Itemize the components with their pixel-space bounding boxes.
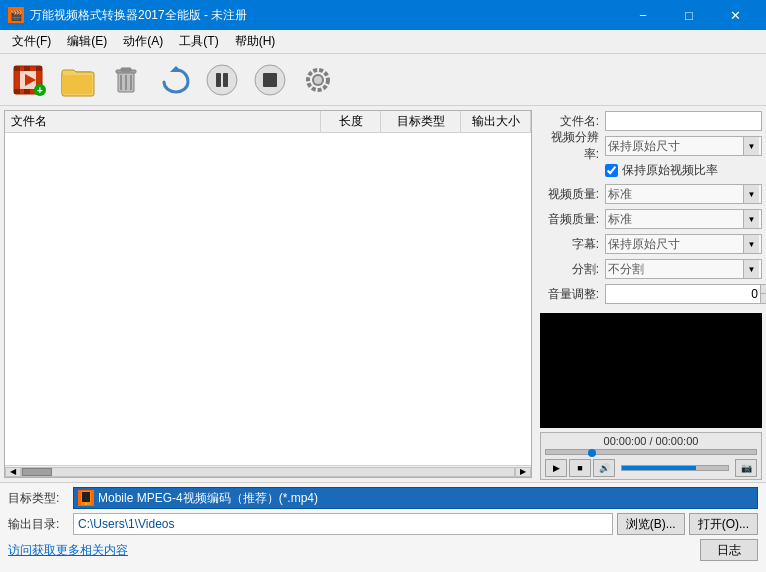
target-type-label: 目标类型: (8, 490, 73, 507)
col-type-header: 目标类型 (381, 111, 461, 132)
file-list-body[interactable] (5, 133, 531, 465)
svg-rect-2 (24, 66, 30, 71)
volume-spinner[interactable]: ▲ ▼ (605, 284, 766, 304)
progress-thumb[interactable] (588, 449, 596, 457)
open-folder-button[interactable] (56, 58, 100, 102)
svg-rect-4 (14, 89, 20, 94)
bottom-area: 目标类型: Mobile MPEG-4视频编码（推荐）(*.mp4) 输出目录:… (0, 482, 766, 572)
svg-rect-15 (121, 68, 131, 71)
svg-rect-21 (216, 73, 221, 87)
split-value: 不分割 (608, 261, 743, 278)
target-type-value: Mobile MPEG-4视频编码（推荐）(*.mp4) (98, 490, 318, 507)
gear-icon (300, 62, 336, 98)
spinner-arrows: ▲ ▼ (761, 284, 766, 304)
col-duration-header: 长度 (321, 111, 381, 132)
volume-slider[interactable] (621, 465, 729, 471)
volume-row: 音量调整: ▲ ▼ (540, 283, 762, 305)
volume-button[interactable]: 🔊 (593, 459, 615, 477)
col-size-header: 输出大小 (461, 111, 531, 132)
subtitle-arrow[interactable]: ▼ (743, 235, 759, 253)
scroll-thumb[interactable] (22, 468, 52, 476)
subtitle-value: 保持原始尺寸 (608, 236, 743, 253)
subtitle-select[interactable]: 保持原始尺寸 ▼ (605, 234, 762, 254)
col-filename-header: 文件名 (5, 111, 321, 132)
progress-bar[interactable] (545, 449, 757, 455)
volume-up-arrow[interactable]: ▲ (761, 285, 766, 294)
menu-tools[interactable]: 工具(T) (171, 31, 226, 53)
filename-input[interactable] (605, 111, 762, 131)
redo-icon (156, 62, 192, 98)
split-select[interactable]: 不分割 ▼ (605, 259, 762, 279)
menu-action[interactable]: 动作(A) (115, 31, 171, 53)
svg-rect-24 (263, 73, 277, 87)
menu-edit[interactable]: 编辑(E) (59, 31, 115, 53)
total-time: 00:00:00 (656, 435, 699, 447)
add-video-button[interactable]: + (8, 58, 52, 102)
keep-ratio-row: 保持原始视频比率 (540, 160, 762, 180)
menu-bar: 文件(F) 编辑(E) 动作(A) 工具(T) 帮助(H) (0, 30, 766, 54)
browse-button[interactable]: 浏览(B)... (617, 513, 685, 535)
play-button[interactable]: ▶ (545, 459, 567, 477)
close-button[interactable]: ✕ (712, 0, 758, 30)
video-quality-row: 视频质量: 标准 ▼ (540, 183, 762, 205)
delete-button[interactable] (104, 58, 148, 102)
menu-help[interactable]: 帮助(H) (227, 31, 284, 53)
svg-rect-3 (36, 66, 42, 71)
maximize-button[interactable]: □ (666, 0, 712, 30)
video-quality-arrow[interactable]: ▼ (743, 185, 759, 203)
volume-input[interactable] (605, 284, 761, 304)
svg-rect-12 (62, 75, 92, 94)
keep-ratio-label: 保持原始视频比率 (622, 162, 718, 179)
subtitle-label: 字幕: (540, 236, 605, 253)
minimize-button[interactable]: − (620, 0, 666, 30)
pause-icon (204, 62, 240, 98)
resolution-row: 视频分辨率: 保持原始尺寸 ▼ (540, 135, 762, 157)
file-list-panel: 文件名 长度 目标类型 输出大小 ◀ ▶ (4, 110, 532, 478)
video-quality-select[interactable]: 标准 ▼ (605, 184, 762, 204)
split-arrow[interactable]: ▼ (743, 260, 759, 278)
svg-rect-22 (223, 73, 228, 87)
resolution-select[interactable]: 保持原始尺寸 ▼ (605, 136, 762, 156)
file-list-scrollbar[interactable]: ◀ ▶ (5, 465, 531, 477)
audio-quality-arrow[interactable]: ▼ (743, 210, 759, 228)
scroll-left-arrow[interactable]: ◀ (5, 467, 21, 477)
target-type-row: 目标类型: Mobile MPEG-4视频编码（推荐）(*.mp4) (8, 487, 758, 509)
scroll-right-arrow[interactable]: ▶ (515, 467, 531, 477)
visit-link[interactable]: 访问获取更多相关内容 (8, 542, 128, 559)
log-button[interactable]: 日志 (700, 539, 758, 561)
output-buttons: 浏览(B)... 打开(O)... (617, 513, 758, 535)
menu-file[interactable]: 文件(F) (4, 31, 59, 53)
toolbar: + (0, 54, 766, 106)
time-display: 00:00:00 / 00:00:00 (545, 435, 757, 447)
main-content: 文件名 长度 目标类型 输出大小 ◀ ▶ 文件名: 视频分辨率: (0, 106, 766, 482)
screenshot-button[interactable]: 📷 (735, 459, 757, 477)
time-separator: / (646, 435, 655, 447)
stop-icon (252, 62, 288, 98)
audio-quality-select[interactable]: 标准 ▼ (605, 209, 762, 229)
resolution-arrow[interactable]: ▼ (743, 137, 759, 155)
target-type-select[interactable]: Mobile MPEG-4视频编码（推荐）(*.mp4) (73, 487, 758, 509)
right-form: 文件名: 视频分辨率: 保持原始尺寸 ▼ 保持原始视频比率 视频质量: 标准 (540, 110, 762, 305)
stop-button[interactable] (248, 58, 292, 102)
scroll-track[interactable] (21, 467, 515, 477)
keep-ratio-checkbox[interactable] (605, 164, 618, 177)
filename-label: 文件名: (540, 113, 605, 130)
video-controls: 00:00:00 / 00:00:00 ▶ ■ 🔊 📷 (540, 432, 762, 480)
svg-point-27 (314, 76, 322, 84)
app-icon: 🎬 (8, 7, 24, 23)
file-list-header: 文件名 长度 目标类型 输出大小 (5, 111, 531, 133)
output-row: 输出目录: 浏览(B)... 打开(O)... (8, 513, 758, 535)
redo-button[interactable] (152, 58, 196, 102)
audio-quality-value: 标准 (608, 211, 743, 228)
control-buttons: ▶ ■ 🔊 📷 (545, 459, 757, 477)
svg-point-30 (85, 503, 87, 505)
open-button[interactable]: 打开(O)... (689, 513, 758, 535)
volume-fill (622, 466, 696, 470)
volume-down-arrow[interactable]: ▼ (761, 294, 766, 303)
settings-button[interactable] (296, 58, 340, 102)
mobile-icon (79, 491, 93, 505)
pause-button[interactable] (200, 58, 244, 102)
stop-ctrl-button[interactable]: ■ (569, 459, 591, 477)
split-row: 分割: 不分割 ▼ (540, 258, 762, 280)
output-path-input[interactable] (73, 513, 613, 535)
